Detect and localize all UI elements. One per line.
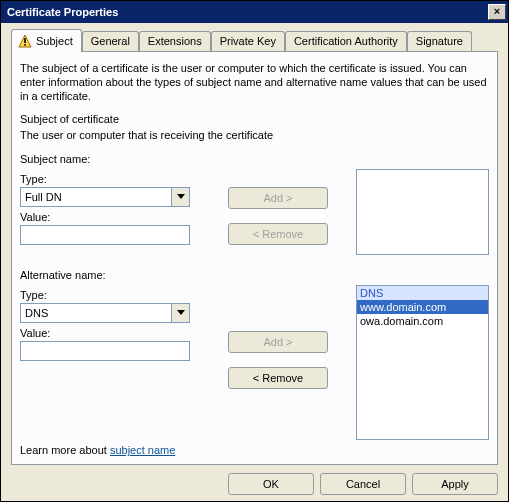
alt-list-header: DNS bbox=[357, 286, 488, 300]
subject-type-combo[interactable] bbox=[20, 187, 190, 207]
tab-certification-authority[interactable]: Certification Authority bbox=[285, 31, 407, 51]
window-content: Subject General Extensions Private Key C… bbox=[1, 23, 508, 501]
subject-type-dropdown-button[interactable] bbox=[172, 187, 190, 207]
alt-add-button[interactable]: Add > bbox=[228, 331, 328, 353]
list-item[interactable]: www.domain.com bbox=[357, 300, 488, 314]
alt-type-label: Type: bbox=[20, 289, 200, 301]
tab-private-key[interactable]: Private Key bbox=[211, 31, 285, 51]
tab-general[interactable]: General bbox=[82, 31, 139, 51]
subject-list-col bbox=[356, 169, 489, 255]
subject-sub-text: The user or computer that is receiving t… bbox=[20, 129, 489, 141]
tab-label: Subject bbox=[36, 35, 73, 47]
tab-body: The subject of a certificate is the user… bbox=[11, 52, 498, 465]
subject-name-listbox[interactable] bbox=[356, 169, 489, 255]
chevron-down-icon bbox=[177, 194, 185, 200]
tab-signature[interactable]: Signature bbox=[407, 31, 472, 51]
subject-name-row: Type: Value: Add > < Remove bbox=[20, 169, 489, 255]
apply-button[interactable]: Apply bbox=[412, 473, 498, 495]
warning-icon bbox=[18, 34, 32, 48]
alternative-name-row: Type: Value: Add > < Remove DNS www.doma… bbox=[20, 285, 489, 440]
alt-type-dropdown-button[interactable] bbox=[172, 303, 190, 323]
subject-type-label: Type: bbox=[20, 173, 200, 185]
subject-add-button[interactable]: Add > bbox=[228, 187, 328, 209]
tab-extensions[interactable]: Extensions bbox=[139, 31, 211, 51]
learn-more-link[interactable]: subject name bbox=[110, 444, 175, 456]
ok-button[interactable]: OK bbox=[228, 473, 314, 495]
cancel-button[interactable]: Cancel bbox=[320, 473, 406, 495]
alt-name-fields: Type: Value: bbox=[20, 285, 200, 440]
svg-rect-2 bbox=[24, 44, 26, 46]
svg-rect-1 bbox=[24, 38, 26, 43]
subject-name-fields: Type: Value: bbox=[20, 169, 200, 255]
subject-name-heading: Subject name: bbox=[20, 153, 489, 165]
subject-buttons: Add > < Remove bbox=[228, 169, 328, 255]
alt-value-input[interactable] bbox=[20, 341, 190, 361]
chevron-down-icon bbox=[177, 310, 185, 316]
alternative-name-listbox[interactable]: DNS www.domain.com owa.domain.com bbox=[356, 285, 489, 440]
alt-remove-button[interactable]: < Remove bbox=[228, 367, 328, 389]
list-item[interactable]: owa.domain.com bbox=[357, 314, 488, 328]
subject-type-input[interactable] bbox=[20, 187, 172, 207]
window-title: Certificate Properties bbox=[3, 6, 488, 18]
tab-strip: Subject General Extensions Private Key C… bbox=[11, 29, 498, 52]
dialog-buttons: OK Cancel Apply bbox=[11, 465, 498, 495]
tab-subject[interactable]: Subject bbox=[11, 29, 82, 52]
subject-value-input[interactable] bbox=[20, 225, 190, 245]
alt-buttons: Add > < Remove bbox=[228, 285, 328, 440]
learn-more-prefix: Learn more about bbox=[20, 444, 110, 456]
learn-more: Learn more about subject name bbox=[20, 444, 175, 456]
alt-list-col: DNS www.domain.com owa.domain.com bbox=[356, 285, 489, 440]
subject-remove-button[interactable]: < Remove bbox=[228, 223, 328, 245]
svg-marker-4 bbox=[177, 310, 185, 315]
subject-of-cert-heading: Subject of certificate bbox=[20, 113, 489, 125]
titlebar: Certificate Properties × bbox=[1, 1, 508, 23]
close-button[interactable]: × bbox=[488, 4, 506, 20]
alt-value-label: Value: bbox=[20, 327, 200, 339]
description-text: The subject of a certificate is the user… bbox=[20, 62, 489, 103]
svg-marker-3 bbox=[177, 194, 185, 199]
alternative-name-heading: Alternative name: bbox=[20, 269, 489, 281]
alt-type-input[interactable] bbox=[20, 303, 172, 323]
alt-type-combo[interactable] bbox=[20, 303, 190, 323]
subject-value-label: Value: bbox=[20, 211, 200, 223]
